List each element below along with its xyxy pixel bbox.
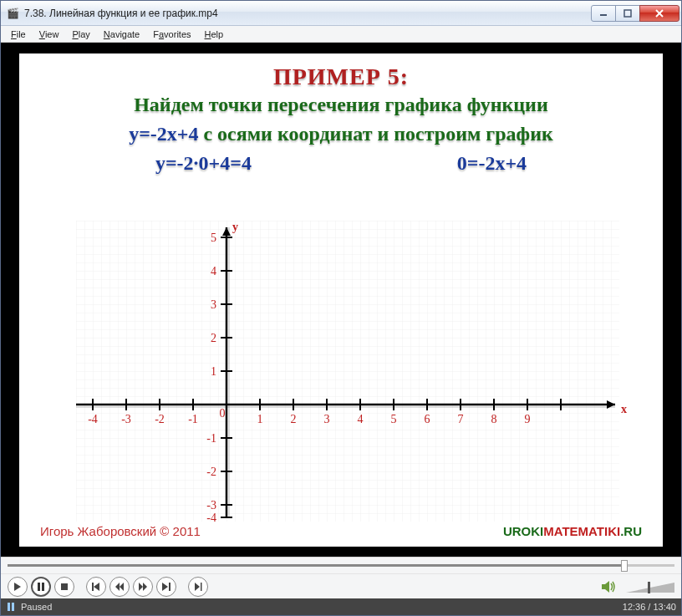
menu-play[interactable]: Play <box>65 28 96 41</box>
status-icon <box>6 602 16 612</box>
svg-text:7: 7 <box>458 413 464 425</box>
svg-marker-71 <box>195 583 200 591</box>
seekbar-row <box>1 557 681 573</box>
window-buttons <box>592 5 679 22</box>
svg-text:-3: -3 <box>121 413 131 425</box>
svg-rect-62 <box>61 583 68 590</box>
time-display: 12:36 / 13:40 <box>623 602 676 612</box>
window-title: 7.38. Линейная функция и ее график.mp4 <box>24 8 592 19</box>
app-window: 🎬 7.38. Линейная функция и ее график.mp4… <box>0 0 682 616</box>
seekbar-thumb[interactable] <box>621 560 628 572</box>
svg-marker-67 <box>139 583 143 591</box>
volume-icon[interactable] <box>601 578 618 595</box>
svg-text:4: 4 <box>358 413 364 425</box>
svg-marker-69 <box>162 583 168 591</box>
svg-text:-4: -4 <box>88 413 98 425</box>
svg-text:5: 5 <box>211 232 216 244</box>
svg-text:-3: -3 <box>206 499 216 512</box>
playback-controls <box>1 573 681 598</box>
svg-text:-4: -4 <box>206 512 216 522</box>
rewind-button[interactable] <box>109 577 130 597</box>
slide-line1: Найдем точки пересечения графика функции <box>19 90 663 120</box>
svg-text:-1: -1 <box>188 413 198 425</box>
volume-thumb[interactable] <box>648 582 650 593</box>
svg-text:y: y <box>232 221 238 233</box>
menu-view[interactable]: View <box>33 28 66 41</box>
author-credit: Игорь Жаборовский © 2011 <box>40 524 201 538</box>
calc-left: y=-2·0+4=4 <box>155 152 252 175</box>
menu-navigate[interactable]: Navigate <box>97 28 146 41</box>
status-text: Paused <box>21 602 52 612</box>
pause-button[interactable] <box>31 577 51 597</box>
svg-text:4: 4 <box>211 265 216 277</box>
seekbar[interactable] <box>8 564 674 567</box>
svg-text:2: 2 <box>291 413 297 425</box>
svg-rect-61 <box>42 583 44 591</box>
svg-rect-75 <box>12 603 14 611</box>
step-button[interactable] <box>188 577 208 597</box>
svg-text:-2: -2 <box>155 413 165 425</box>
svg-text:0: 0 <box>220 407 226 420</box>
site-credit: UROKIMATEMATIKI.RU <box>503 524 642 538</box>
maximize-button[interactable] <box>615 5 640 22</box>
svg-rect-60 <box>38 583 40 591</box>
close-button[interactable] <box>639 5 679 22</box>
volume-slider[interactable] <box>624 581 674 593</box>
svg-marker-68 <box>143 583 147 591</box>
statusbar: Paused 12:36 / 13:40 <box>1 598 681 615</box>
svg-text:1: 1 <box>257 413 263 425</box>
slide-line2: y=-2x+4 с осями координат и построим гра… <box>19 120 663 149</box>
svg-text:3: 3 <box>211 298 216 311</box>
video-frame: ПРИМЕР 5: Найдем точки пересечения графи… <box>19 53 663 547</box>
calc-row: y=-2·0+4=4 0=-2x+4 <box>19 152 663 175</box>
slide-title: ПРИМЕР 5: <box>19 53 663 90</box>
svg-text:8: 8 <box>491 413 497 425</box>
svg-text:2: 2 <box>211 332 216 344</box>
svg-text:3: 3 <box>324 413 330 425</box>
svg-rect-74 <box>8 603 10 611</box>
menu-favorites[interactable]: Favorites <box>146 28 197 41</box>
svg-text:1: 1 <box>211 365 216 378</box>
svg-text:-2: -2 <box>206 466 216 478</box>
svg-marker-59 <box>14 583 21 591</box>
titlebar[interactable]: 🎬 7.38. Линейная функция и ее график.mp4 <box>1 1 681 26</box>
credits: Игорь Жаборовский © 2011 UROKIMATEMATIKI… <box>40 524 642 538</box>
calc-right: 0=-2x+4 <box>457 152 527 175</box>
svg-marker-65 <box>115 583 120 591</box>
stop-button[interactable] <box>54 577 74 597</box>
formula-main: y=-2x+4 <box>129 123 198 145</box>
menu-file[interactable]: File <box>4 28 33 41</box>
play-button[interactable] <box>8 577 28 597</box>
svg-text:9: 9 <box>525 413 531 425</box>
svg-rect-72 <box>201 583 202 591</box>
menu-help[interactable]: Help <box>198 28 231 41</box>
svg-text:5: 5 <box>391 413 397 425</box>
next-track-button[interactable] <box>156 577 176 597</box>
svg-rect-63 <box>92 583 94 591</box>
menubar: File View Play Navigate Favorites Help <box>1 26 681 43</box>
svg-text:6: 6 <box>425 413 430 425</box>
minimize-button[interactable] <box>591 5 616 22</box>
prev-track-button[interactable] <box>86 577 106 597</box>
svg-marker-73 <box>602 581 609 593</box>
svg-marker-66 <box>120 583 124 591</box>
volume-track <box>626 583 674 593</box>
forward-button[interactable] <box>133 577 153 597</box>
coordinate-graph: x y <box>59 221 628 522</box>
seekbar-fill <box>8 564 621 567</box>
svg-rect-1 <box>624 10 631 17</box>
svg-text:-1: -1 <box>206 432 216 445</box>
svg-marker-64 <box>94 583 99 591</box>
video-area[interactable]: ПРИМЕР 5: Найдем точки пересечения графи… <box>1 43 681 557</box>
slide-line2-rest: с осями координат и построим график <box>198 123 552 145</box>
svg-text:x: x <box>621 403 627 415</box>
svg-rect-4 <box>76 221 619 522</box>
svg-rect-70 <box>169 583 170 591</box>
app-icon: 🎬 <box>6 7 19 20</box>
